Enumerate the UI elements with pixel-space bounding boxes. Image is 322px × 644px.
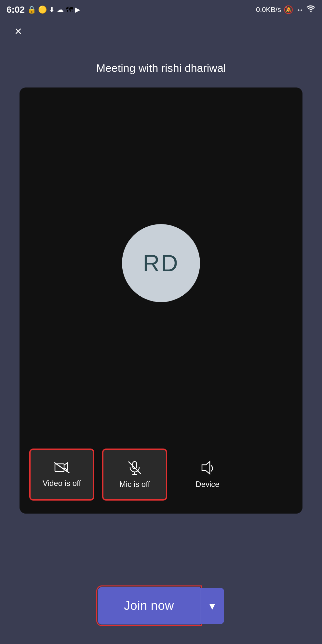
status-icons: 🔒 🟡 ⬇ ☁ 🗺 ▶ xyxy=(27,6,80,14)
video-label: Video is off xyxy=(43,479,81,488)
speaker-icon xyxy=(199,460,216,475)
controls-row: Video is off Mic is off xyxy=(20,439,302,514)
status-time: 6:02 xyxy=(7,5,25,15)
mic-off-icon xyxy=(127,460,142,475)
network-speed: 0.0KB/s xyxy=(256,6,281,14)
meeting-title: Meeting with rishi dhariwal xyxy=(0,62,322,74)
play-icon: ▶ xyxy=(75,6,80,14)
keepnotes-icon: 🟡 xyxy=(38,6,47,14)
join-dropdown-button[interactable]: ▾ xyxy=(200,588,224,624)
lock-icon: 🔒 xyxy=(27,6,36,14)
device-label: Device xyxy=(195,480,219,489)
bell-off-icon: 🔕 xyxy=(284,5,293,14)
bottom-section: Join now ▾ xyxy=(0,587,322,624)
avatar-initials: RD xyxy=(143,250,179,276)
status-bar-right: 0.0KB/s 🔕 ↔ xyxy=(256,5,315,14)
wifi-icon xyxy=(306,5,315,14)
status-bar-left: 6:02 🔒 🟡 ⬇ ☁ 🗺 ▶ xyxy=(7,5,80,15)
status-bar: 6:02 🔒 🟡 ⬇ ☁ 🗺 ▶ 0.0KB/s 🔕 ↔ xyxy=(0,0,322,20)
mic-label: Mic is off xyxy=(119,480,150,489)
close-icon: × xyxy=(15,25,22,37)
download-icon: ⬇ xyxy=(49,6,55,14)
video-content: RD xyxy=(20,87,302,439)
video-toggle-button[interactable]: Video is off xyxy=(29,449,94,501)
signal-icon: ↔ xyxy=(296,5,304,14)
video-preview-container: RD Video is off xyxy=(20,87,302,514)
close-button[interactable]: × xyxy=(9,22,27,40)
join-now-button[interactable]: Join now xyxy=(98,587,200,624)
video-off-icon xyxy=(54,461,70,474)
svg-marker-5 xyxy=(202,462,210,474)
mic-toggle-button[interactable]: Mic is off xyxy=(102,449,167,501)
cloud-icon: ☁ xyxy=(57,6,64,14)
device-button[interactable]: Device xyxy=(181,449,234,501)
avatar: RD xyxy=(122,224,200,302)
maps-icon: 🗺 xyxy=(66,6,73,14)
